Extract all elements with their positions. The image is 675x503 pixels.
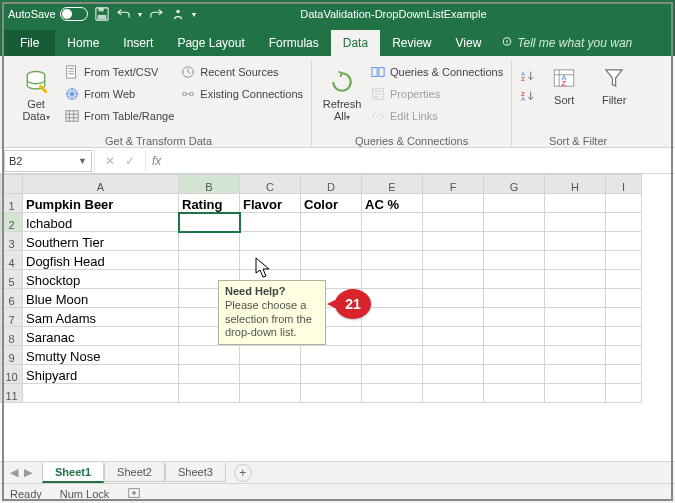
cell[interactable] — [179, 232, 240, 251]
cell[interactable] — [301, 384, 362, 403]
cell[interactable] — [301, 346, 362, 365]
cell[interactable] — [301, 213, 362, 232]
cell[interactable] — [606, 194, 642, 213]
cell[interactable] — [545, 213, 606, 232]
cell[interactable] — [179, 365, 240, 384]
cell[interactable] — [484, 232, 545, 251]
cell[interactable] — [301, 232, 362, 251]
row-header[interactable]: 2 — [1, 213, 23, 232]
cell[interactable] — [484, 194, 545, 213]
cell[interactable] — [240, 384, 301, 403]
cell[interactable] — [606, 232, 642, 251]
cell[interactable] — [179, 384, 240, 403]
col-header[interactable]: D — [301, 175, 362, 194]
cell[interactable] — [423, 346, 484, 365]
tell-me-search[interactable]: Tell me what you wan — [493, 30, 640, 56]
cell[interactable] — [423, 308, 484, 327]
cell[interactable]: AC % — [362, 194, 423, 213]
col-header[interactable]: A — [23, 175, 179, 194]
row-header[interactable]: 6 — [1, 289, 23, 308]
cell[interactable] — [545, 289, 606, 308]
col-header[interactable]: E — [362, 175, 423, 194]
refresh-all-button[interactable]: RefreshAll▾ — [320, 60, 364, 126]
sheet-nav-next-icon[interactable]: ▶ — [24, 466, 32, 479]
cell[interactable] — [423, 384, 484, 403]
cell[interactable] — [179, 346, 240, 365]
cell[interactable] — [484, 327, 545, 346]
recent-sources-button[interactable]: Recent Sources — [180, 62, 303, 82]
cell[interactable] — [362, 270, 423, 289]
sort-asc-button[interactable]: AZ — [520, 66, 536, 86]
tab-home[interactable]: Home — [55, 30, 111, 56]
cell[interactable]: Flavor — [240, 194, 301, 213]
from-text-csv-button[interactable]: From Text/CSV — [64, 62, 174, 82]
sheet-tab[interactable]: Sheet1 — [42, 463, 104, 483]
cell[interactable] — [545, 327, 606, 346]
name-box-dropdown-icon[interactable]: ▼ — [78, 156, 87, 166]
formula-input[interactable] — [167, 150, 675, 172]
row-header[interactable]: 9 — [1, 346, 23, 365]
cell[interactable] — [423, 365, 484, 384]
redo-icon[interactable] — [148, 6, 164, 22]
cell[interactable] — [362, 251, 423, 270]
cell[interactable]: Shipyard — [23, 365, 179, 384]
col-header[interactable]: C — [240, 175, 301, 194]
cell[interactable] — [240, 232, 301, 251]
tab-file[interactable]: File — [4, 30, 55, 56]
cell[interactable] — [362, 346, 423, 365]
cell[interactable]: Rating — [179, 194, 240, 213]
cell[interactable] — [484, 213, 545, 232]
cell[interactable] — [362, 384, 423, 403]
cell[interactable] — [23, 384, 179, 403]
cell[interactable] — [606, 365, 642, 384]
from-table-button[interactable]: From Table/Range — [64, 106, 174, 126]
row-header[interactable]: 5 — [1, 270, 23, 289]
row-header[interactable]: 1 — [1, 194, 23, 213]
col-header[interactable]: I — [606, 175, 642, 194]
tab-review[interactable]: Review — [380, 30, 443, 56]
cell[interactable] — [423, 327, 484, 346]
cell[interactable]: Pumpkin Beer — [23, 194, 179, 213]
sheet-nav-prev-icon[interactable]: ◀ — [10, 466, 18, 479]
tab-formulas[interactable]: Formulas — [257, 30, 331, 56]
cell[interactable] — [423, 232, 484, 251]
cell[interactable] — [545, 194, 606, 213]
cell[interactable] — [545, 232, 606, 251]
cell[interactable]: Sam Adams — [23, 308, 179, 327]
from-web-button[interactable]: From Web — [64, 84, 174, 104]
cell[interactable] — [606, 251, 642, 270]
cell[interactable] — [423, 251, 484, 270]
active-cell[interactable]: ▼ — [179, 213, 240, 232]
cell[interactable] — [423, 213, 484, 232]
touch-mode-icon[interactable] — [170, 6, 186, 22]
cell[interactable]: Smutty Nose — [23, 346, 179, 365]
cell[interactable] — [362, 365, 423, 384]
cell[interactable]: Southern Tier — [23, 232, 179, 251]
fx-icon[interactable]: fx — [146, 154, 167, 168]
sort-desc-button[interactable]: ZA — [520, 86, 536, 106]
add-sheet-button[interactable]: + — [234, 464, 252, 482]
cell[interactable] — [362, 213, 423, 232]
row-header[interactable]: 3 — [1, 232, 23, 251]
cell[interactable] — [301, 365, 362, 384]
col-header[interactable]: H — [545, 175, 606, 194]
undo-icon[interactable] — [116, 6, 132, 22]
cell[interactable]: Color — [301, 194, 362, 213]
undo-dropdown-icon[interactable]: ▾ — [138, 10, 142, 19]
cell[interactable] — [240, 213, 301, 232]
cell[interactable] — [484, 270, 545, 289]
existing-connections-button[interactable]: Existing Connections — [180, 84, 303, 104]
row-header[interactable]: 10 — [1, 365, 23, 384]
cell[interactable] — [545, 346, 606, 365]
get-data-button[interactable]: GetData▾ — [14, 60, 58, 126]
cell[interactable] — [545, 251, 606, 270]
cell[interactable] — [606, 213, 642, 232]
cell[interactable]: Saranac — [23, 327, 179, 346]
cell[interactable] — [606, 270, 642, 289]
row-header[interactable]: 4 — [1, 251, 23, 270]
cell[interactable] — [362, 327, 423, 346]
cell[interactable]: Ichabod — [23, 213, 179, 232]
cell[interactable] — [545, 384, 606, 403]
col-header[interactable]: G — [484, 175, 545, 194]
autosave-toggle[interactable] — [60, 7, 88, 21]
